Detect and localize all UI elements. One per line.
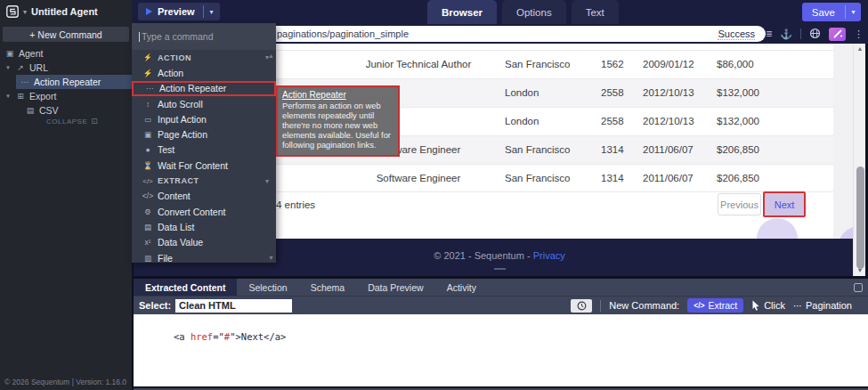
scroll-down-arrow-icon[interactable]: ▼ (854, 265, 865, 276)
previous-page-button[interactable]: Previous (718, 193, 761, 215)
menu-item-data-list[interactable]: ▤ Data List (132, 219, 276, 234)
tab-options[interactable]: Options (502, 0, 566, 24)
menu-item-content[interactable]: </> Content (132, 189, 276, 204)
list-icon[interactable]: ≡ (766, 28, 772, 39)
new-command-label: New Command: (609, 300, 679, 311)
save-dropdown-button[interactable]: ▾ (846, 3, 861, 21)
menu-section-extract[interactable]: </> EXTRACT ▾ (132, 173, 276, 188)
menu-item-test[interactable]: ● Test (132, 142, 276, 158)
command-palette: Type a command ▲ ⚡ ACTION ▾ ⚡ Action ⋯ A… (132, 23, 276, 263)
history-clock-button[interactable] (571, 299, 592, 313)
anchor-icon[interactable]: ⚓ (780, 29, 792, 39)
tree-item-export[interactable]: ▾ ⊞ Export (0, 89, 132, 103)
tab-selection[interactable]: Selection (237, 279, 298, 296)
collapse-button[interactable]: COLLAPSE ⊡ (46, 117, 98, 126)
menu-item-action[interactable]: ⚡ Action (132, 65, 276, 80)
command-search-input[interactable]: Type a command (132, 23, 276, 50)
robot-icon: ▣ (4, 49, 15, 58)
collapse-icon: ⊡ (91, 117, 98, 126)
command-menu: ⚡ ACTION ▾ ⚡ Action ⋯ Action Repeater ↕ … (132, 50, 276, 265)
sidebar: ▾ Untitled Agent + New Command ▣ Agent ▾… (0, 0, 132, 390)
data-list-icon: ▤ (141, 223, 155, 232)
tab-schema[interactable]: Schema (299, 279, 357, 296)
ellipsis-icon: ⋯ (142, 84, 157, 93)
ellipsis-icon: ⋯ (793, 301, 802, 311)
pointer-icon (751, 300, 760, 311)
agent-title: Untitled Agent (31, 6, 98, 17)
tab-activity[interactable]: Activity (435, 279, 488, 296)
chevron-down-icon[interactable]: ▾ (4, 93, 12, 100)
chevron-down-icon: ▾ (265, 53, 269, 61)
url-text: paginations/pagination_simple (277, 28, 409, 39)
menu-section-action[interactable]: ⚡ ACTION ▾ (132, 50, 276, 65)
menu-scroll-down-icon[interactable]: ▼ (268, 255, 274, 261)
chevron-down-icon[interactable]: ▾ (4, 64, 12, 71)
menu-item-wait-for-content[interactable]: ⌛ Wait For Content (132, 158, 276, 173)
magic-wand-button[interactable] (829, 28, 846, 41)
sidebar-header: ▾ Untitled Agent (0, 0, 132, 23)
privacy-link[interactable]: Privacy (533, 250, 565, 261)
footer-dash (494, 268, 506, 270)
menu-item-page-action[interactable]: ▣ Page Action (132, 126, 276, 142)
status-badge[interactable]: Success (718, 28, 755, 40)
maximize-panel-icon[interactable] (854, 283, 863, 292)
pagination-command-button[interactable]: ⋯ Pagination (793, 300, 852, 311)
bottom-panel-tabs: Extracted Content Selection Schema Data … (134, 279, 868, 297)
new-command-toolbar: New Command: </> Extract Click ⋯ Paginat… (571, 297, 852, 314)
wand-icon (832, 28, 843, 39)
ellipsis-icon: ⋯ (20, 77, 30, 86)
tab-data-preview[interactable]: Data Preview (356, 279, 434, 296)
tooltip-title: Action Repeater (282, 90, 393, 100)
clock-icon (577, 301, 587, 311)
kebab-menu-icon[interactable]: ⋮ (854, 29, 864, 39)
scrollbar-thumb[interactable] (856, 167, 864, 269)
tree-item-csv[interactable]: ▤ CSV (0, 103, 132, 118)
menu-item-file[interactable]: ▥ File (132, 250, 276, 265)
tab-extracted-content[interactable]: Extracted Content (134, 279, 237, 296)
preview-button[interactable]: Preview ▾ (138, 3, 220, 20)
menu-item-auto-scroll[interactable]: ↕ Auto Scroll (132, 96, 276, 111)
footer-copyright-text: © 2021 - Sequentum - (434, 250, 532, 261)
entries-count-text: 4 entries (276, 199, 315, 210)
play-icon (146, 8, 152, 15)
menu-item-input-action[interactable]: ▭ Input Action (132, 111, 276, 126)
new-command-button[interactable]: + New Command (3, 27, 129, 42)
globe-icon[interactable] (809, 28, 821, 41)
external-link-icon: ↗ (15, 63, 26, 72)
select-input[interactable] (175, 299, 292, 313)
menu-item-data-value[interactable]: x¹ Data Value (132, 235, 276, 250)
url-toolbar-icons: ≡ ⚓ ⋮ (766, 24, 864, 44)
save-button[interactable]: Save ▾ (802, 3, 861, 21)
tab-text[interactable]: Text (572, 0, 619, 24)
tree-item-action-repeater[interactable]: ⋯ Action Repeater (16, 75, 132, 89)
next-page-button[interactable]: Next (763, 191, 806, 217)
action-repeater-tooltip: Action Repeater Performs an action on we… (276, 85, 400, 157)
extracted-content-code[interactable]: <a href="#">Next</a> (134, 314, 868, 388)
arrows-vertical-icon: ↕ (141, 100, 155, 109)
tooltip-body: Performs an action on web elements repea… (282, 102, 393, 150)
top-toolbar: Preview ▾ Browser Options Text Save ▾ (132, 0, 868, 24)
bottom-panel: Extracted Content Selection Schema Data … (134, 279, 868, 390)
app-logo-icon[interactable] (6, 5, 19, 18)
vertical-scrollbar[interactable]: ▲ ▼ (853, 44, 865, 276)
export-icon: ⊞ (15, 92, 26, 101)
menu-item-action-repeater[interactable]: ⋯ Action Repeater (132, 81, 276, 96)
preview-dropdown-button[interactable]: ▾ (204, 3, 220, 20)
file-icon: ▥ (141, 254, 155, 263)
text-cursor (139, 32, 140, 42)
extract-command-button[interactable]: </> Extract (687, 298, 743, 313)
click-command-button[interactable]: Click (751, 300, 785, 311)
select-label: Select: (139, 300, 171, 311)
version-text: © 2026 Sequentum | Version: 1.16.0 (4, 378, 126, 386)
menu-item-convert-content[interactable]: ⚙ Convert Content (132, 204, 276, 219)
app-window: ▾ Untitled Agent + New Command ▣ Agent ▾… (0, 0, 868, 390)
chevron-down-icon: ▾ (265, 177, 269, 185)
code-icon: </> (694, 301, 704, 310)
chevron-down-icon[interactable]: ▾ (23, 8, 27, 16)
input-box-icon: ▭ (141, 115, 155, 124)
tree-item-url[interactable]: ▾ ↗ URL (0, 61, 132, 75)
code-icon: </> (141, 191, 155, 200)
tree-item-agent[interactable]: ▣ Agent (0, 46, 132, 61)
scroll-up-arrow-icon[interactable]: ▲ (854, 44, 865, 54)
tab-browser[interactable]: Browser (427, 0, 497, 24)
